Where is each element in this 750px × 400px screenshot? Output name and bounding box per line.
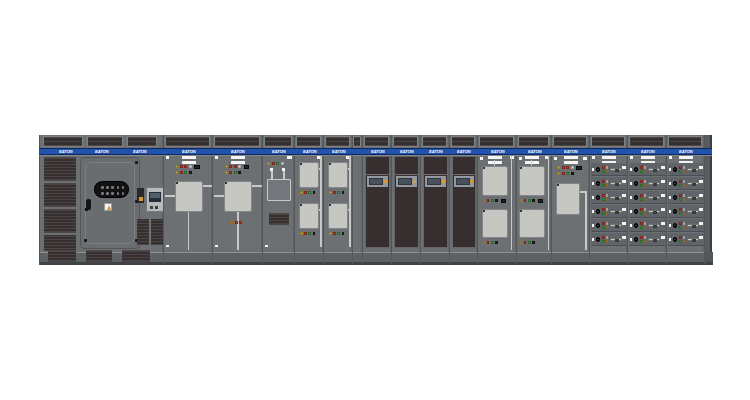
indicator-light: [313, 191, 316, 194]
indicator-light: [300, 232, 303, 235]
drive-seam: [453, 174, 475, 175]
indicator-light: [557, 172, 560, 175]
breaker-handle: [687, 238, 699, 242]
mcc-bucket: [629, 191, 666, 204]
indicator-light: [683, 180, 686, 183]
roof-vent-panel: [43, 136, 83, 147]
warning-sticker: [104, 203, 112, 211]
indicator-light: [683, 184, 686, 187]
door-latch: [84, 239, 87, 242]
mimic-bus-line: [283, 171, 285, 179]
indicator-light: [308, 191, 311, 194]
roof-vent-panel: [393, 136, 418, 147]
louver-vent: [137, 219, 149, 245]
brand-logo: EATON: [641, 150, 653, 154]
label-plate: [182, 156, 196, 159]
indicator-light: [189, 165, 192, 168]
escutcheon-button: [101, 186, 104, 189]
button-center: [597, 239, 599, 241]
indicator-light: [602, 198, 605, 201]
drive-seam: [395, 174, 418, 175]
indicator-light: [495, 199, 498, 202]
roof-vent-panel: [296, 136, 321, 147]
aux-button-panel: [137, 188, 144, 203]
indicator-light: [272, 162, 275, 165]
label-plate: [554, 157, 557, 160]
label-plate: [583, 157, 587, 160]
label-plate: [630, 238, 632, 241]
brand-logo: EATON: [59, 150, 71, 154]
button-center: [674, 169, 676, 171]
mcc-bucket: [629, 219, 666, 232]
indicator-light: [644, 208, 647, 211]
indicator-light: [532, 199, 535, 202]
indicator-light: [234, 171, 237, 174]
indicator-light: [640, 184, 643, 187]
escutcheon-button: [122, 186, 125, 189]
indicator-light: [495, 241, 498, 244]
drive-door: [423, 156, 448, 248]
roof-vent-panel: [479, 136, 514, 147]
indicator-light: [524, 241, 527, 244]
breaker-handle: [610, 224, 622, 228]
label-plate: [592, 168, 594, 171]
roof-vent-panel: [668, 136, 702, 147]
label-plate: [182, 161, 196, 164]
selector-switch: [194, 165, 200, 169]
kick-plate: [363, 252, 392, 265]
drawout-breaker: [328, 162, 348, 188]
label-plate: [641, 156, 655, 159]
indicator-light: [304, 191, 307, 194]
indicator-light: [230, 221, 233, 224]
indicator-light: [566, 172, 569, 175]
amber-button: [139, 197, 143, 201]
handle-grip: [615, 169, 619, 172]
button-center: [674, 239, 676, 241]
indicator-light: [606, 208, 609, 211]
drive-lcd-screen: [456, 178, 470, 185]
indicator-light: [683, 166, 686, 169]
indicator-light: [602, 236, 605, 239]
louver-vent: [151, 219, 163, 245]
louver-vent: [44, 209, 76, 233]
indicator-light: [683, 226, 686, 229]
button-center: [597, 225, 599, 227]
label-plate: [661, 180, 665, 183]
indicator-light: [640, 222, 643, 225]
mcc-bucket: [668, 219, 704, 232]
label-plate: [564, 156, 578, 159]
louver-vent: [86, 250, 112, 262]
drive-door: [365, 156, 390, 248]
label-plate: [480, 157, 483, 160]
mcc-bucket: [629, 233, 666, 246]
indicator-light: [487, 199, 490, 202]
indicator-light: [679, 180, 682, 183]
label-plate: [661, 236, 665, 239]
mimic-bus-line: [320, 155, 322, 247]
label-plate: [519, 157, 522, 160]
kick-plate: [392, 252, 421, 265]
label-plate: [592, 224, 594, 227]
indicator-light: [189, 171, 192, 174]
handle-grip: [692, 239, 696, 242]
drive-display-bezel: [367, 176, 388, 187]
label-plate: [661, 222, 665, 225]
label-plate: [699, 194, 703, 197]
mimic-bus-line: [271, 171, 273, 179]
indicator-light: [606, 236, 609, 239]
brand-logo: EATON: [679, 150, 691, 154]
mcc-bucket: [591, 163, 627, 176]
indicator-light: [180, 165, 183, 168]
handle-grip: [692, 197, 696, 200]
indicator-light: [175, 171, 178, 174]
roof-vent-panel: [422, 136, 447, 147]
indicator-light: [239, 221, 242, 224]
handle-grip: [692, 183, 696, 186]
indicator-light: [644, 240, 647, 243]
button-center: [674, 183, 676, 185]
label-plate: [215, 245, 218, 247]
louver-vent: [44, 235, 76, 251]
drawout-breaker: [556, 183, 580, 215]
handle-grip: [615, 211, 619, 214]
indicator-light: [235, 221, 238, 224]
